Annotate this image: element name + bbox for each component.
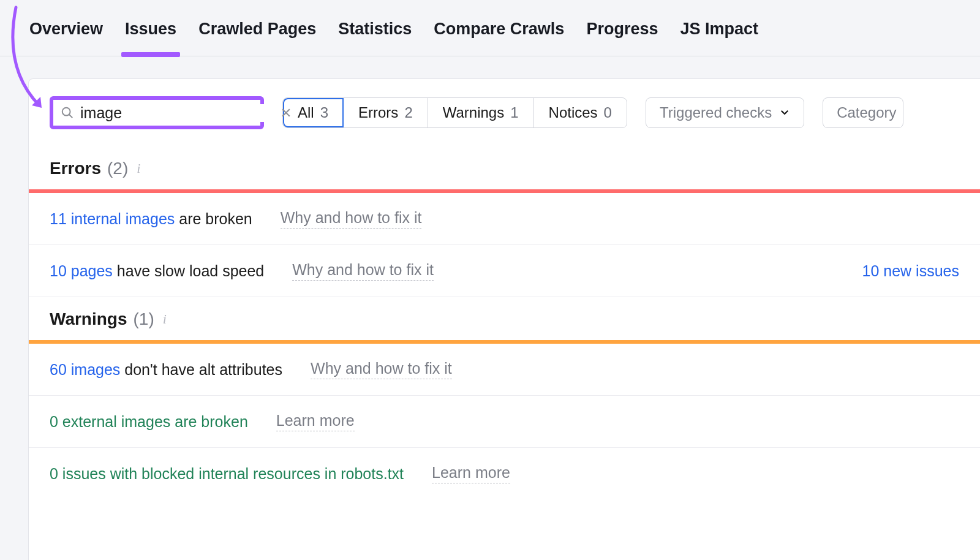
issue-text: 10 pages have slow load speed	[50, 262, 264, 280]
svg-point-0	[62, 108, 70, 116]
filter-count: 0	[604, 104, 612, 121]
filter-count: 3	[320, 104, 328, 121]
filter-errors[interactable]: Errors 2	[344, 98, 428, 127]
issue-text: 11 internal images are broken	[50, 210, 252, 228]
tab-crawled-pages[interactable]: Crawled Pages	[198, 20, 316, 42]
warnings-header: Warnings (1) i	[29, 297, 980, 340]
triggered-checks-dropdown[interactable]: Triggered checks	[646, 97, 804, 128]
issue-link[interactable]: 60 images	[50, 361, 120, 378]
help-link[interactable]: Learn more	[432, 464, 510, 483]
main-tabs: Overview Issues Crawled Pages Statistics…	[0, 0, 980, 56]
issue-link[interactable]: 0 external images are broken	[50, 413, 248, 430]
tab-issues[interactable]: Issues	[125, 20, 176, 42]
filter-notices[interactable]: Notices 0	[534, 98, 627, 127]
issue-link[interactable]: 11 internal images	[50, 210, 175, 227]
filter-count: 1	[510, 104, 518, 121]
svg-line-1	[69, 115, 73, 118]
category-dropdown[interactable]: Category	[823, 97, 903, 128]
search-input[interactable]	[80, 104, 274, 122]
help-link[interactable]: Why and how to fix it	[292, 261, 434, 281]
issue-row[interactable]: 0 issues with blocked internal resources…	[29, 448, 980, 499]
issue-text: 0 external images are broken	[50, 413, 248, 431]
dropdown-label: Triggered checks	[660, 104, 772, 121]
section-count: (1)	[134, 309, 154, 329]
controls-row: All 3 Errors 2 Warnings 1 Notices 0 Trig…	[29, 79, 980, 146]
filter-label: Warnings	[443, 104, 504, 121]
tab-overview[interactable]: Overview	[29, 20, 103, 42]
filter-warnings[interactable]: Warnings 1	[428, 98, 534, 127]
dropdown-label: Category	[837, 104, 896, 121]
filter-count: 2	[404, 104, 412, 121]
issue-row[interactable]: 60 images don't have alt attributes Why …	[29, 344, 980, 396]
clear-search-icon[interactable]	[280, 107, 292, 119]
section-title: Errors	[50, 159, 101, 178]
filter-label: Notices	[549, 104, 598, 121]
issue-text: 0 issues with blocked internal resources…	[50, 465, 404, 483]
section-count: (2)	[107, 159, 128, 178]
issue-link[interactable]: 10 pages	[50, 262, 113, 279]
errors-header: Errors (2) i	[29, 146, 980, 189]
help-link[interactable]: Why and how to fix it	[281, 209, 422, 229]
issue-link[interactable]: 0 issues with blocked internal resources…	[50, 465, 404, 482]
issues-panel: All 3 Errors 2 Warnings 1 Notices 0 Trig…	[28, 78, 980, 560]
issue-row[interactable]: 10 pages have slow load speed Why and ho…	[29, 245, 980, 297]
issue-row[interactable]: 0 external images are broken Learn more	[29, 396, 980, 448]
filter-label: Errors	[358, 104, 398, 121]
tab-compare-crawls[interactable]: Compare Crawls	[434, 20, 564, 42]
info-icon[interactable]: i	[163, 311, 167, 327]
filter-label: All	[298, 104, 314, 121]
new-issues-link[interactable]: 10 new issues	[862, 262, 959, 280]
help-link[interactable]: Why and how to fix it	[311, 360, 452, 379]
info-icon[interactable]: i	[137, 161, 140, 176]
section-title: Warnings	[50, 309, 127, 329]
severity-filter: All 3 Errors 2 Warnings 1 Notices 0	[282, 97, 627, 128]
chevron-down-icon	[779, 104, 790, 121]
issue-row[interactable]: 11 internal images are broken Why and ho…	[29, 193, 980, 245]
search-input-wrap[interactable]	[50, 96, 264, 129]
issue-text: 60 images don't have alt attributes	[50, 361, 282, 379]
tab-js-impact[interactable]: JS Impact	[680, 20, 758, 42]
search-icon	[61, 106, 74, 119]
help-link[interactable]: Learn more	[276, 412, 355, 431]
tab-progress[interactable]: Progress	[586, 20, 658, 42]
tab-statistics[interactable]: Statistics	[338, 20, 412, 42]
